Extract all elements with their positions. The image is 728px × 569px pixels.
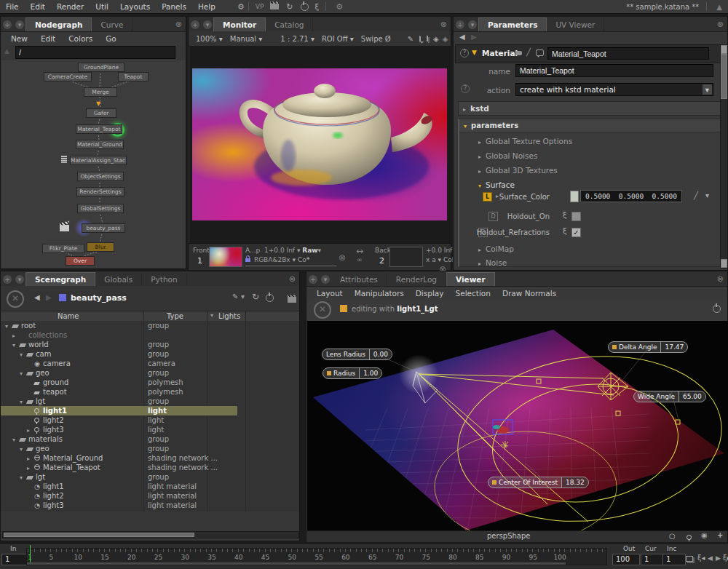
help-icon[interactable]: ? (460, 49, 469, 57)
expand-node-icon[interactable]: ▼ (472, 49, 477, 56)
layers-icon[interactable] (427, 36, 428, 41)
step-back-icon[interactable]: ◀ (708, 554, 713, 562)
scenegraph-row-world[interactable]: ▾worldgroup (1, 340, 299, 349)
out-field[interactable]: 100 (612, 554, 640, 565)
link-icon[interactable] (357, 256, 363, 263)
node-Gafer[interactable]: Gafer (86, 108, 116, 118)
ratio-dropdown[interactable]: 1 : 2.71 ▾ (280, 35, 314, 43)
look-through-icon[interactable] (701, 531, 708, 539)
pane-menu-button[interactable] (203, 20, 212, 29)
node-MaterialAssign_Stack[interactable]: MaterialAssign_Stack (70, 156, 127, 165)
scrollbar-down-arrow[interactable] (721, 259, 727, 268)
scenegraph-row-collections[interactable]: ▸collections (1, 330, 299, 340)
copy-range-icon[interactable] (686, 556, 693, 562)
scenegraph-row-light1[interactable]: ◔light1light material (1, 482, 299, 491)
state-icon[interactable] (315, 3, 320, 11)
node-Material_Ground[interactable]: Material_Ground (76, 140, 124, 149)
clear-working-set-icon[interactable]: ✕ (7, 290, 24, 308)
warning-icon[interactable] (716, 3, 722, 11)
front-info-line1[interactable]: A...p 1+0.0 Inf ▾ Raw▾ (245, 247, 321, 254)
column-lights-arrow[interactable]: ▾ (210, 312, 213, 319)
zoom-dropdown[interactable]: 100% ▾ (196, 35, 223, 43)
power-icon[interactable] (713, 305, 721, 313)
scenegraph-row-light2[interactable]: ◔light2light material (1, 491, 299, 501)
kstd-section-header[interactable]: ▸kstd (458, 101, 721, 116)
close-pane-icon[interactable] (717, 274, 727, 286)
menu-file[interactable]: File (0, 2, 25, 11)
menu-util[interactable]: Util (90, 2, 114, 11)
group-colmap[interactable]: ▸ColMap (478, 244, 514, 253)
node-RenderSettings[interactable]: RenderSettings (76, 187, 124, 196)
next-keyframe-icon[interactable]: ▸ (723, 554, 728, 562)
node-CameraCreate[interactable]: CameraCreate (44, 72, 92, 81)
surface-color-values[interactable]: 0.5000 0.5000 0.5000 (580, 190, 682, 202)
node-Flikr_Plate[interactable]: Flikr_Plate (42, 244, 84, 253)
close-pane-icon[interactable] (289, 274, 299, 286)
pane-menu-button[interactable] (321, 275, 330, 284)
manipulator-pill-wide-angle[interactable]: Wide Angle65.00 (633, 391, 706, 402)
pane-split-button[interactable] (191, 20, 199, 29)
scenegraph-row-teapot[interactable]: teapotpolymesh (1, 387, 299, 397)
tab-viewer[interactable]: Viewer (446, 272, 495, 286)
pan-tool-icon[interactable] (433, 35, 439, 43)
manipulator-pill-radius[interactable]: Radius1.00 (323, 367, 382, 379)
ng-menu-go[interactable]: Go (106, 34, 116, 43)
dropdown-arrow-icon[interactable]: ▾ (705, 191, 709, 199)
nodegraph-canvas[interactable]: ▼ GroundPlaneCameraCreateTeapotMergeGafe… (1, 60, 186, 268)
scenegraph-row-materials[interactable]: ▾materialsgroup (1, 434, 299, 444)
vp-toggle[interactable]: VP (256, 3, 264, 10)
tab-nodegraph[interactable]: Nodegraph (25, 17, 92, 31)
stop-editing-icon[interactable]: ✕ (314, 301, 331, 319)
add-view-icon[interactable] (717, 531, 723, 539)
render-slate-icon[interactable] (288, 297, 296, 303)
camera-name-label[interactable]: perspShape (487, 532, 530, 540)
state-icon[interactable] (563, 211, 567, 219)
ng-menu-new[interactable]: New (11, 34, 28, 43)
node-ObjectSettings[interactable]: ObjectSettings (77, 172, 124, 181)
viewer-menu-selection[interactable]: Selection (456, 289, 491, 298)
frame-ruler[interactable]: 1 51015202530354045505560657075808590951… (26, 548, 607, 565)
scrollbar-thumb[interactable] (721, 54, 727, 99)
pane-menu-button[interactable] (15, 20, 24, 29)
manipulator-pill-delta-angle[interactable]: Delta Angle17.47 (608, 341, 688, 353)
history-forward-icon[interactable]: ▶ (46, 293, 52, 301)
pixel-probe-icon[interactable] (408, 35, 414, 43)
viewer-viewport[interactable]: Lens Radius0.00Radius1.00Delta Angle17.4… (307, 321, 728, 530)
isolate-icon[interactable]: ○ (669, 532, 676, 540)
settings-gear-icon[interactable] (237, 2, 245, 12)
close-pane-icon[interactable] (717, 20, 727, 31)
tab-curve[interactable]: Curve (92, 18, 132, 31)
node-Merge[interactable]: Merge (84, 87, 117, 97)
scenegraph-row-camera[interactable]: ◉cameracamera (1, 359, 299, 368)
power-icon[interactable] (266, 294, 274, 302)
swap-front-back-icon[interactable] (356, 246, 363, 256)
node-GlobalSettings[interactable]: GlobalSettings (77, 204, 124, 213)
tab-parameters[interactable]: Parameters (478, 17, 547, 31)
scenegraph-row-light1[interactable]: light1light (1, 406, 299, 415)
pane-menu-button[interactable] (468, 20, 477, 29)
parameters-scrollbar[interactable] (720, 44, 728, 268)
tab-renderlog[interactable]: RenderLog (387, 273, 446, 286)
ng-menu-edit[interactable]: Edit (41, 34, 55, 43)
ruler-scroll-strip[interactable] (27, 562, 566, 565)
history-forward-icon[interactable]: ▶ (471, 33, 477, 41)
holdout-refractions-checkbox[interactable]: ✓ (571, 228, 581, 237)
roi-dropdown[interactable]: ROI Off ▾ (322, 35, 354, 43)
manipulator-pill-center-of-interest[interactable]: Center Of Interest18.32 (488, 477, 589, 488)
eyedropper-icon[interactable] (694, 191, 698, 199)
scenegraph-row-lgt[interactable]: ▾lgtgroup (1, 472, 299, 482)
back-thumbnail[interactable] (389, 247, 423, 267)
front-clear-icon[interactable] (339, 252, 346, 263)
pane-split-button[interactable] (309, 275, 317, 284)
scenegraph-row-Material_Teapot[interactable]: ▸Material_Teapotshading network ... (1, 463, 299, 472)
tab-attributes[interactable]: Attributes (331, 273, 387, 286)
menu-panels[interactable]: Panels (156, 2, 192, 11)
scenegraph-row-light3[interactable]: ▸light3light (1, 425, 299, 434)
pen-icon[interactable] (232, 293, 238, 301)
group-noise[interactable]: ▸Noise (478, 258, 507, 267)
scenegraph-hscrollbar[interactable] (2, 531, 299, 538)
scenegraph-tree[interactable]: ▾rootgroup▸collections▾worldgroup▾camgro… (1, 321, 299, 512)
render-slate-icon[interactable] (270, 4, 279, 9)
update-mode-dropdown[interactable]: Manual ▾ (230, 35, 263, 43)
scenegraph-row-light3[interactable]: ◔light3light material (1, 501, 299, 510)
